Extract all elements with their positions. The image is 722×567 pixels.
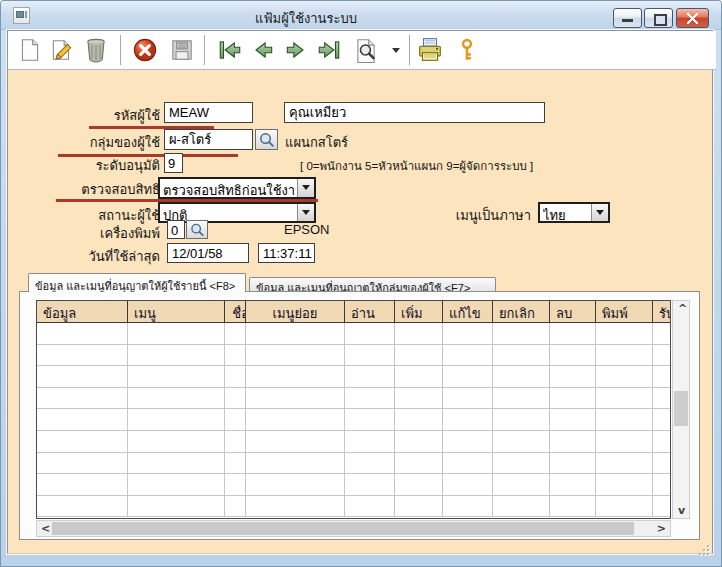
grid-cell[interactable] [443,366,493,388]
grid-cell[interactable] [225,453,246,475]
grid-row[interactable] [37,474,671,496]
grid-cell[interactable] [246,474,345,496]
grid-row[interactable] [37,323,671,345]
menu-language-combo[interactable]: ไทย [538,202,610,223]
grid-cell[interactable] [395,431,443,453]
grid-cell[interactable] [550,496,596,518]
grid-cell[interactable] [345,409,395,431]
grid-cell[interactable] [246,409,345,431]
grid-cell[interactable] [493,453,550,475]
grid-header-4[interactable]: อ่าน [345,301,395,323]
user-code-input[interactable]: MEAW [164,102,253,123]
user-status-dropdown-icon[interactable] [297,204,314,221]
grid-cell[interactable] [596,366,653,388]
find-options-icon[interactable] [392,48,400,57]
grid-row[interactable] [37,496,671,518]
grid-cell[interactable] [225,345,246,367]
grid-cell[interactable] [493,366,550,388]
grid-row[interactable] [37,453,671,475]
grid-cell[interactable] [443,453,493,475]
user-name-input[interactable]: คุณเหมียว [284,102,545,123]
grid-cell[interactable] [37,388,128,410]
grid-cell[interactable] [345,345,395,367]
delete-record-button[interactable] [83,37,109,63]
grid-cell[interactable] [37,409,128,431]
vertical-scrollbar[interactable]: ^ v [672,300,690,519]
grid-cell[interactable] [550,453,596,475]
grid-cell[interactable] [596,453,653,475]
previous-record-button[interactable] [250,37,276,63]
grid-cell[interactable] [37,345,128,367]
horizontal-scrollbar[interactable]: < > [36,520,671,537]
grid-cell[interactable] [395,323,443,345]
maximize-button[interactable] [644,8,673,28]
grid-cell[interactable] [550,345,596,367]
grid-header-1[interactable]: เมนู [128,301,225,323]
permissions-grid[interactable]: ข้อมูลเมนูชื่อเมนูย่อยอ่านเพิ่มแก้ไขยกเล… [36,300,671,519]
printer-input[interactable]: 0 [167,220,185,239]
close-button[interactable] [676,8,709,28]
check-rights-dropdown-icon[interactable] [297,179,314,197]
save-record-button[interactable] [169,37,195,63]
user-group-lookup-button[interactable] [255,129,278,150]
grid-cell[interactable] [395,496,443,518]
grid-cell[interactable] [443,496,493,518]
approve-level-input[interactable]: 9 [164,153,183,173]
next-record-button[interactable] [283,37,309,63]
grid-cell[interactable] [653,474,671,496]
check-rights-combo[interactable]: ตรวจสอบสิทธิก่อนใช้งาน [158,177,316,199]
minimize-button[interactable] [613,8,642,28]
grid-cell[interactable] [596,409,653,431]
grid-header-8[interactable]: ลบ [550,301,596,323]
titlebar[interactable]: แฟ้มผู้ใช้งานระบบ [1,1,721,30]
edit-record-button[interactable] [49,37,75,63]
grid-cell[interactable] [37,453,128,475]
grid-cell[interactable] [37,366,128,388]
grid-header-0[interactable]: ข้อมูล [37,301,128,323]
grid-cell[interactable] [345,323,395,345]
grid-cell[interactable] [246,345,345,367]
grid-cell[interactable] [128,323,225,345]
grid-cell[interactable] [395,366,443,388]
grid-cell[interactable] [225,474,246,496]
grid-cell[interactable] [653,323,671,345]
grid-cell[interactable] [596,431,653,453]
scroll-up-icon[interactable]: ^ [678,302,687,315]
tab-user-permissions[interactable]: ข้อมูล และเมนูที่อนุญาตให้ผู้ใช้รายนี้ <… [28,273,246,292]
grid-cell[interactable] [653,366,671,388]
grid-row[interactable] [37,431,671,453]
scroll-left-icon[interactable]: < [41,522,50,535]
grid-cell[interactable] [443,323,493,345]
grid-cell[interactable] [493,409,550,431]
grid-cell[interactable] [246,431,345,453]
grid-cell[interactable] [596,474,653,496]
grid-header-6[interactable]: แก้ไข [443,301,493,323]
grid-cell[interactable] [550,323,596,345]
grid-cell[interactable] [225,323,246,345]
grid-cell[interactable] [395,388,443,410]
grid-cell[interactable] [225,366,246,388]
grid-cell[interactable] [225,409,246,431]
user-rights-key-button[interactable] [454,37,480,63]
grid-cell[interactable] [128,431,225,453]
grid-header-9[interactable]: พิมพ์ [596,301,653,323]
grid-cell[interactable] [443,388,493,410]
grid-row[interactable] [37,388,671,410]
grid-cell[interactable] [493,323,550,345]
grid-cell[interactable] [246,388,345,410]
grid-cell[interactable] [395,453,443,475]
grid-cell[interactable] [37,474,128,496]
grid-cell[interactable] [493,388,550,410]
grid-cell[interactable] [345,366,395,388]
last-used-time-input[interactable]: 11:37:11 [258,243,315,263]
grid-cell[interactable] [653,453,671,475]
first-record-button[interactable] [217,37,243,63]
grid-header-7[interactable]: ยกเลิก [493,301,550,323]
grid-row[interactable] [37,366,671,388]
grid-cell[interactable] [225,431,246,453]
grid-header-10[interactable]: รับ [653,301,671,323]
grid-cell[interactable] [37,431,128,453]
print-button[interactable] [417,37,443,63]
grid-row[interactable] [37,345,671,367]
grid-cell[interactable] [395,409,443,431]
